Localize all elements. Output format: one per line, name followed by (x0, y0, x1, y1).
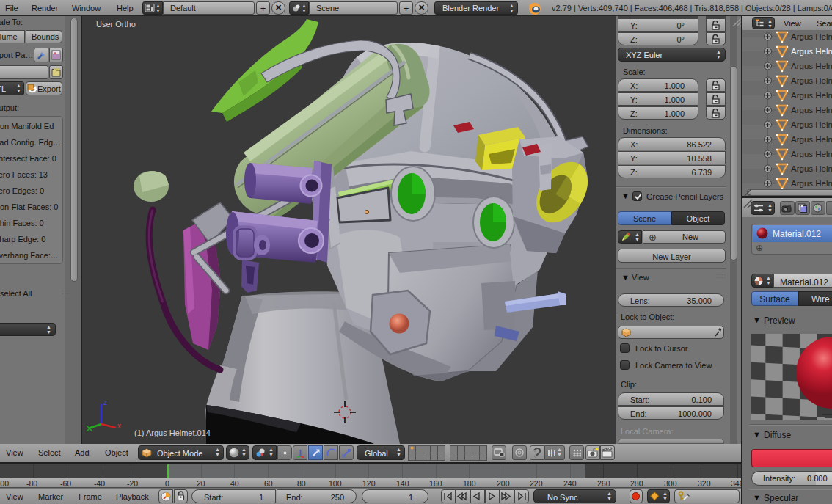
svg-text:Argus Helm: Argus Helm (791, 47, 832, 56)
svg-text:Argus Helm: Argus Helm (791, 135, 832, 144)
svg-text:Argus Helm: Argus Helm (791, 91, 832, 100)
svg-text:Argus Helm: Argus Helm (791, 32, 832, 41)
svg-text:Argus Helm: Argus Helm (791, 150, 832, 158)
svg-text:z: z (103, 398, 107, 406)
svg-text:Argus Helm: Argus Helm (791, 120, 832, 129)
svg-text:Argus Helm: Argus Helm (791, 106, 832, 114)
svg-text:Argus Helm: Argus Helm (791, 62, 832, 70)
svg-text:Argus Helm: Argus Helm (791, 164, 832, 173)
svg-text:Argus Helm: Argus Helm (791, 179, 832, 188)
svg-text:x: x (117, 422, 121, 430)
svg-text:Argus Helm: Argus Helm (791, 76, 832, 85)
